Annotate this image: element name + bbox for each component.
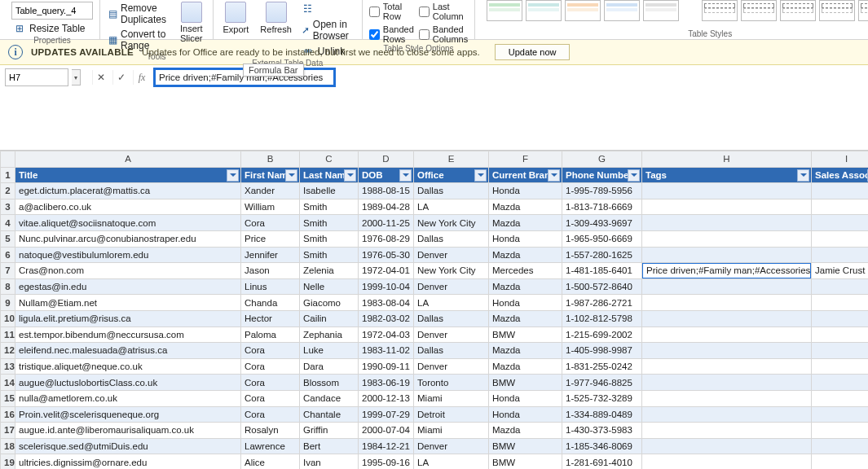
grid-cell[interactable]: 1-281-691-4010 [562, 454, 642, 469]
grid-cell[interactable] [812, 454, 869, 469]
table-column-header[interactable]: Current Brand [489, 167, 562, 183]
style-swatch[interactable] [604, 0, 640, 21]
row-header[interactable]: 7 [1, 263, 15, 279]
grid-cell[interactable]: 2000-11-25 [359, 215, 414, 231]
row-header[interactable]: 9 [1, 295, 15, 311]
filter-dropdown-icon[interactable] [344, 169, 356, 182]
grid-cell[interactable]: Chanda [241, 295, 300, 311]
row-header[interactable]: 1 [1, 167, 15, 183]
table-column-header[interactable]: Tags [642, 167, 812, 183]
grid-cell[interactable]: Honda [489, 406, 562, 423]
grid-cell[interactable]: natoque@vestibulumlorem.edu [15, 247, 241, 263]
style-swatch[interactable] [858, 0, 868, 21]
grid-cell[interactable]: Honda [489, 390, 562, 406]
select-all-corner[interactable] [1, 151, 15, 168]
grid-cell[interactable]: Mazda [489, 247, 562, 263]
worksheet-grid[interactable]: ABCDEFGHI1TitleFirst NameLast NameDOBOff… [0, 151, 868, 469]
grid-cell[interactable]: Smith [300, 199, 359, 215]
column-header[interactable]: A [15, 151, 241, 168]
grid-cell[interactable]: augue@luctuslobortisClass.co.uk [15, 375, 241, 391]
grid-cell[interactable]: 1976-05-30 [359, 247, 414, 263]
grid-cell[interactable]: Zephania [300, 327, 359, 343]
grid-cell[interactable]: 1-334-889-0489 [562, 406, 642, 423]
column-header[interactable]: H [642, 151, 812, 168]
grid-cell[interactable]: 2000-12-13 [359, 390, 414, 406]
row-header[interactable]: 12 [1, 343, 15, 359]
grid-cell[interactable]: 1-525-732-3289 [562, 390, 642, 406]
name-box[interactable] [5, 68, 68, 86]
grid-cell[interactable]: Zelenia [300, 263, 359, 279]
row-header[interactable]: 15 [1, 390, 15, 406]
table-column-header[interactable]: DOB [359, 167, 414, 183]
grid-cell[interactable]: LA [414, 199, 489, 215]
style-swatch[interactable] [741, 0, 777, 21]
grid-cell[interactable]: 1-215-699-2002 [562, 327, 642, 343]
row-header[interactable]: 11 [1, 327, 15, 343]
column-header[interactable]: E [414, 151, 489, 168]
grid-cell[interactable]: 1-965-950-6669 [562, 230, 642, 247]
grid-cell[interactable] [642, 343, 812, 359]
grid-cell[interactable]: vitae.aliquet@sociisnatoque.com [15, 215, 241, 231]
grid-cell[interactable]: Griffin [300, 423, 359, 439]
grid-cell[interactable] [812, 358, 869, 375]
column-header[interactable]: F [489, 151, 562, 168]
grid-cell[interactable]: nulla@ametlorem.co.uk [15, 390, 241, 406]
column-header[interactable]: I [812, 151, 869, 168]
grid-cell[interactable]: 1-102-812-5798 [562, 310, 642, 327]
grid-cell[interactable] [642, 199, 812, 215]
filter-dropdown-icon[interactable] [474, 169, 487, 182]
grid-cell[interactable]: Dallas [414, 230, 489, 247]
grid-cell[interactable]: 1-500-572-8640 [562, 278, 642, 295]
grid-cell[interactable]: 1972-04-01 [359, 263, 414, 279]
grid-cell[interactable] [812, 390, 869, 406]
grid-cell[interactable] [812, 375, 869, 391]
grid-cell[interactable]: a@aclibero.co.uk [15, 199, 241, 215]
row-header[interactable]: 16 [1, 406, 15, 423]
grid-cell[interactable]: 1-987-286-2721 [562, 295, 642, 311]
grid-cell[interactable]: Cora [241, 215, 300, 231]
open-in-browser-button[interactable]: ➚Open in Browser [300, 18, 355, 42]
row-header[interactable]: 17 [1, 423, 15, 439]
row-header[interactable]: 8 [1, 278, 15, 295]
filter-dropdown-icon[interactable] [227, 169, 239, 182]
grid-cell[interactable]: BMW [489, 454, 562, 469]
grid-cell[interactable]: ultricies.dignissim@ornare.edu [15, 454, 241, 469]
grid-cell[interactable]: William [241, 199, 300, 215]
grid-cell[interactable]: 1-309-493-9697 [562, 215, 642, 231]
grid-cell[interactable]: Paloma [241, 327, 300, 343]
fx-icon[interactable]: fx [133, 70, 150, 85]
grid-cell[interactable]: Rosalyn [241, 423, 300, 439]
grid-cell[interactable] [642, 310, 812, 327]
grid-cell[interactable] [812, 327, 869, 343]
grid-cell[interactable]: 2000-07-04 [359, 423, 414, 439]
grid-cell[interactable]: Denver [414, 358, 489, 375]
row-header[interactable]: 19 [1, 454, 15, 469]
grid-cell[interactable]: Alice [241, 454, 300, 469]
row-header[interactable]: 5 [1, 230, 15, 247]
grid-cell[interactable] [812, 230, 869, 247]
grid-cell[interactable]: 1983-08-04 [359, 295, 414, 311]
grid-cell[interactable]: Candace [300, 390, 359, 406]
table-column-header[interactable]: Office [414, 167, 489, 183]
grid-cell[interactable]: Bert [300, 438, 359, 454]
grid-cell[interactable]: Mazda [489, 199, 562, 215]
chk-total-row[interactable]: Total Row [369, 2, 414, 21]
grid-cell[interactable] [642, 215, 812, 231]
grid-cell[interactable]: Nunc.pulvinar.arcu@conubianostraper.edu [15, 230, 241, 247]
grid-cell[interactable]: Cora [241, 406, 300, 423]
grid-cell[interactable]: 1984-12-21 [359, 438, 414, 454]
grid-cell[interactable] [812, 406, 869, 423]
grid-cell[interactable]: Proin.velit@scelerisqueneque.org [15, 406, 241, 423]
grid-cell[interactable]: 1999-07-29 [359, 406, 414, 423]
grid-cell[interactable]: BMW [489, 438, 562, 454]
grid-cell[interactable]: Cora [241, 390, 300, 406]
grid-cell[interactable]: Mazda [489, 310, 562, 327]
grid-cell[interactable] [812, 438, 869, 454]
grid-cell[interactable]: Cras@non.com [15, 263, 241, 279]
grid-cell[interactable]: ligula.elit.pretium@risus.ca [15, 310, 241, 327]
grid-cell[interactable]: Honda [489, 230, 562, 247]
style-swatch[interactable] [487, 0, 522, 21]
table-column-header[interactable]: Phone Number [562, 167, 642, 183]
active-cell[interactable]: Price driven;#Family man;#Accessories [642, 263, 812, 279]
grid-cell[interactable]: 1-831-255-0242 [562, 358, 642, 375]
